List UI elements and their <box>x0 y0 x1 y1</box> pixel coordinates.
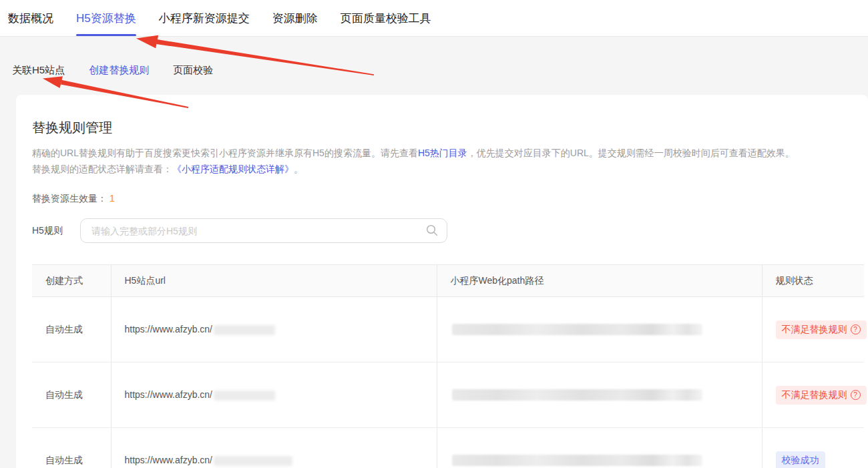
col-header-h5-url: H5站点url <box>111 265 437 297</box>
subtab-page-verify[interactable]: 页面校验 <box>173 60 222 81</box>
description-line-2: 替换规则的适配状态详解请查看：《小程序适配规则状态详解》。 <box>32 161 864 177</box>
status-badge-label: 不满足替换规则 <box>782 389 847 401</box>
subtab-create-replace-rule[interactable]: 创建替换规则 <box>89 60 158 81</box>
redacted-url-blur <box>214 325 275 335</box>
table-header-row: 创建方式 H5站点url 小程序Web化path路径 规则状态 <box>32 265 864 297</box>
h5-url-cell: https://www.afzyb.cn/ <box>111 428 437 468</box>
redacted-path-blur <box>452 324 702 335</box>
h5-url-text: https://www.afzyb.cn/ <box>125 324 213 334</box>
redacted-path-blur <box>452 389 702 401</box>
subtab-link-h5-site[interactable]: 关联H5站点 <box>12 60 74 81</box>
desc-text: ，优先提交对应目录下的URL。提交规则需经一周校验时间后可查看适配效果。 <box>467 148 795 158</box>
col-header-web-path: 小程序Web化path路径 <box>437 265 762 297</box>
help-question-icon[interactable]: ? <box>851 324 861 334</box>
web-path-cell <box>437 297 762 363</box>
web-path-cell <box>437 363 762 428</box>
tab-new-resource-submit[interactable]: 小程序新资源提交 <box>159 0 250 36</box>
status-badge: 不满足替换规则? <box>776 320 867 339</box>
rule-status-cell: 不满足替换规则? <box>762 297 864 363</box>
rule-status-cell: 不满足替换规则? <box>762 363 864 428</box>
create-mode-cell: 自动生成 <box>32 297 111 363</box>
tab-h5-resource-replace[interactable]: H5资源替换 <box>76 0 136 36</box>
replace-rules-table: 创建方式 H5站点url 小程序Web化path路径 规则状态 自动生成 htt… <box>32 264 864 468</box>
create-mode-cell: 自动生成 <box>32 428 111 468</box>
h5-url-text: https://www.afzyb.cn/ <box>125 389 213 400</box>
tab-resource-delete[interactable]: 资源删除 <box>272 0 318 36</box>
secondary-tab-bar: 关联H5站点 创建替换规则 页面校验 <box>0 37 868 94</box>
desc-text: 精确的URL替换规则有助于百度搜索更快索引小程序资源并继承原有H5的搜索流量。请… <box>32 148 418 158</box>
status-badge-label: 校验成功 <box>782 455 819 467</box>
redacted-path-blur <box>452 455 702 466</box>
hot-directory-link[interactable]: H5热门目录 <box>418 148 467 158</box>
rule-status-cell: 校验成功 <box>762 428 864 468</box>
status-badge: 校验成功 <box>776 451 825 468</box>
status-badge-label: 不满足替换规则 <box>782 324 847 336</box>
h5-url-cell: https://www.afzyb.cn/ <box>111 363 437 428</box>
magnifier-icon[interactable] <box>426 224 438 236</box>
h5-rule-label: H5规则 <box>32 225 80 237</box>
help-question-icon[interactable]: ? <box>851 390 861 400</box>
table-row: 自动生成 https://www.afzyb.cn/ 校验成功 <box>32 428 864 468</box>
table-row: 自动生成 https://www.afzyb.cn/ 不满足替换规则? <box>32 297 864 363</box>
search-box <box>80 218 447 243</box>
h5-url-text: https://www.afzyb.cn/ <box>125 455 213 465</box>
desc-text: 替换规则的适配状态详解请查看： <box>32 164 172 174</box>
create-mode-cell: 自动生成 <box>32 363 111 428</box>
tab-page-quality-tool[interactable]: 页面质量校验工具 <box>341 0 431 36</box>
effective-count-row: 替换资源生效量：1 <box>32 193 864 205</box>
effective-count-label: 替换资源生效量： <box>32 193 107 204</box>
page-title: 替换规则管理 <box>32 119 864 137</box>
h5-rule-search-row: H5规则 <box>32 218 864 243</box>
rule-management-card: 替换规则管理 精确的URL替换规则有助于百度搜索更快索引小程序资源并继承原有H5… <box>16 95 868 468</box>
status-badge: 不满足替换规则? <box>776 386 867 405</box>
description-line-1: 精确的URL替换规则有助于百度搜索更快索引小程序资源并继承原有H5的搜索流量。请… <box>32 145 864 161</box>
h5-url-cell: https://www.afzyb.cn/ <box>111 297 437 363</box>
effective-count-value: 1 <box>110 193 115 204</box>
redacted-url-blur <box>214 456 292 466</box>
redacted-url-blur <box>214 391 275 401</box>
tab-data-overview[interactable]: 数据概况 <box>8 0 53 36</box>
h5-rule-search-input[interactable] <box>80 218 447 243</box>
web-path-cell <box>437 428 762 468</box>
rule-status-detail-link[interactable]: 《小程序适配规则状态详解》 <box>172 164 294 174</box>
table-row: 自动生成 https://www.afzyb.cn/ 不满足替换规则? <box>32 363 864 428</box>
primary-tab-bar: 数据概况 H5资源替换 小程序新资源提交 资源删除 页面质量校验工具 <box>0 0 868 37</box>
col-header-rule-status: 规则状态 <box>762 265 864 297</box>
col-header-create-mode: 创建方式 <box>32 265 111 297</box>
desc-text: 。 <box>294 164 303 174</box>
table-body: 自动生成 https://www.afzyb.cn/ 不满足替换规则? 自动生成… <box>32 297 864 468</box>
